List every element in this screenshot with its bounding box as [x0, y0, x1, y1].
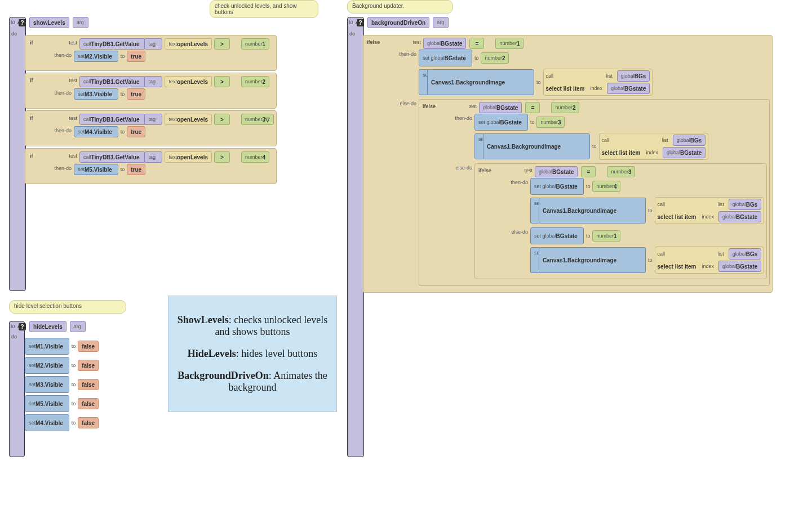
- global-bgstate[interactable]: global BGstate: [535, 166, 578, 177]
- if-test-row[interactable]: call TinyDB1.GetValuetagtext openLevels>…: [79, 38, 269, 50]
- if-test-row[interactable]: call TinyDB1.GetValuetagtext openLevels>…: [79, 151, 269, 163]
- number-block[interactable]: number 1: [241, 38, 269, 50]
- setglobal-row[interactable]: set global BGstate to number 2: [419, 50, 653, 66]
- number-block[interactable]: number 2: [241, 76, 269, 87]
- set-var[interactable]: set M4.Visible: [25, 414, 69, 431]
- global-bgstate[interactable]: global BGstate: [607, 83, 650, 94]
- setglobal-bgstate[interactable]: set global BGstate: [419, 50, 472, 66]
- global-bgstate[interactable]: global BGstate: [423, 38, 466, 49]
- hide-row-2[interactable]: set M3.Visible to false: [25, 376, 99, 393]
- set-var[interactable]: set M5.Visible: [25, 395, 69, 412]
- gt-op[interactable]: >: [214, 151, 230, 163]
- bool-true[interactable]: true: [127, 88, 145, 100]
- set-var[interactable]: set M2.Visible: [74, 51, 118, 62]
- set-visible-row[interactable]: set M4.Visible to true: [74, 126, 145, 137]
- number-block[interactable]: number 1: [495, 38, 523, 49]
- ifelse-block[interactable]: ifelsetestglobal BGstate=number 3then-do…: [474, 163, 767, 279]
- global-bgstate[interactable]: global BGstate: [718, 211, 761, 222]
- bg-test[interactable]: global BGstate=number 3: [535, 166, 635, 177]
- set-var[interactable]: set M3.Visible: [25, 376, 69, 393]
- proc-hidelevels-frame[interactable]: [9, 321, 25, 457]
- set-canvas-row[interactable]: set Canvas1.BackgroundImage to calllistg…: [530, 197, 764, 224]
- bool-true[interactable]: true: [127, 126, 145, 137]
- hide-row-1[interactable]: set M2.Visible to false: [25, 357, 99, 374]
- set-visible-row[interactable]: set M2.Visible to true: [74, 51, 145, 62]
- if-test-row[interactable]: call TinyDB1.GetValuetagtext openLevels>…: [79, 76, 269, 87]
- global-bgs[interactable]: global BGs: [673, 135, 706, 146]
- if-test-row[interactable]: call TinyDB1.GetValuetagtext openLevels>…: [79, 114, 274, 125]
- help-icon[interactable]: ?: [19, 19, 26, 26]
- if-block-1[interactable]: iftestcall TinyDB1.GetValuetagtext openL…: [25, 73, 277, 109]
- tag-slot[interactable]: tag: [144, 76, 162, 87]
- bool-true[interactable]: true: [127, 164, 145, 175]
- if-block-0[interactable]: iftestcall TinyDB1.GetValuetagtext openL…: [25, 35, 277, 71]
- select-list-item[interactable]: calllistglobal BGsselect list itemindexg…: [599, 133, 709, 160]
- number-block[interactable]: number 2: [481, 52, 509, 64]
- set-visible-row[interactable]: set M5.Visible to true: [74, 164, 145, 175]
- global-bgs[interactable]: global BGs: [729, 199, 762, 210]
- tag-slot[interactable]: tag: [144, 114, 162, 125]
- eq-op[interactable]: =: [581, 166, 596, 177]
- call-tinydb[interactable]: call TinyDB1.GetValue: [79, 38, 145, 50]
- proc-hidelevels-head[interactable]: ? hideLevels arg: [19, 321, 86, 332]
- bool-false[interactable]: false: [78, 398, 99, 409]
- call-tinydb[interactable]: call TinyDB1.GetValue: [79, 76, 145, 87]
- set-canvas-row[interactable]: set Canvas1.BackgroundImage to calllistg…: [530, 247, 764, 274]
- help-icon[interactable]: ?: [19, 323, 26, 330]
- set-canvas-row[interactable]: set Canvas1.BackgroundImage to calllistg…: [419, 69, 653, 96]
- help-icon[interactable]: ?: [357, 19, 364, 26]
- set-visible-row[interactable]: set M3.Visible to true: [74, 88, 145, 100]
- set-canvas-row[interactable]: set Canvas1.BackgroundImage to calllistg…: [474, 133, 708, 160]
- setglobal-row[interactable]: set global BGstate to number 1: [530, 227, 764, 244]
- if-block-2[interactable]: iftestcall TinyDB1.GetValuetagtext openL…: [25, 110, 277, 146]
- set-var[interactable]: set M2.Visible: [25, 357, 69, 374]
- select-list-item[interactable]: calllistglobal BGsselect list itemindexg…: [655, 247, 765, 274]
- canvas-bg[interactable]: Canvas1.BackgroundImage: [539, 247, 646, 273]
- select-list-item[interactable]: calllistglobal BGsselect list itemindexg…: [655, 197, 765, 224]
- global-bgstate[interactable]: global BGstate: [718, 261, 761, 272]
- text-openlevels[interactable]: text openLevels: [165, 38, 212, 50]
- set-var[interactable]: set M4.Visible: [74, 126, 118, 137]
- canvas-bg[interactable]: Canvas1.BackgroundImage: [427, 69, 534, 95]
- call-tinydb[interactable]: call TinyDB1.GetValue: [79, 151, 145, 163]
- proc-bgdrive-head[interactable]: ? backgroundDriveOn arg: [357, 17, 449, 28]
- ifelse-block[interactable]: ifelsetestglobal BGstate=number 2then-do…: [419, 99, 770, 286]
- number-block[interactable]: number 2: [551, 102, 579, 113]
- eq-op[interactable]: =: [525, 102, 540, 113]
- text-openlevels[interactable]: text openLevels: [165, 114, 212, 125]
- ifelse-block[interactable]: ifelsetestglobal BGstate=number 1then-do…: [363, 35, 773, 293]
- global-bgstate[interactable]: global BGstate: [479, 102, 522, 113]
- eq-op[interactable]: =: [469, 38, 484, 49]
- bool-false[interactable]: false: [78, 341, 99, 352]
- hide-row-3[interactable]: set M5.Visible to false: [25, 395, 99, 412]
- number-block[interactable]: number 3: [607, 166, 635, 177]
- bool-false[interactable]: false: [78, 360, 99, 371]
- text-openlevels[interactable]: text openLevels: [165, 76, 212, 87]
- number-block[interactable]: number 3▽: [241, 114, 274, 125]
- tag-slot[interactable]: tag: [144, 38, 162, 50]
- canvas-bg[interactable]: Canvas1.BackgroundImage: [539, 198, 646, 223]
- number-block[interactable]: number 4: [241, 151, 269, 163]
- set-var[interactable]: set M1.Visible: [25, 338, 69, 355]
- number-block[interactable]: number 1: [592, 230, 620, 242]
- global-bgstate[interactable]: global BGstate: [663, 147, 705, 158]
- setglobal-row[interactable]: set global BGstate to number 4: [530, 178, 764, 195]
- gt-op[interactable]: >: [214, 76, 230, 87]
- bool-false[interactable]: false: [78, 379, 99, 390]
- hide-row-4[interactable]: set M4.Visible to false: [25, 414, 99, 431]
- number-block[interactable]: number 3: [536, 117, 565, 128]
- setglobal-row[interactable]: set global BGstate to number 3: [474, 114, 708, 131]
- text-openlevels[interactable]: text openLevels: [165, 151, 212, 163]
- bg-test[interactable]: global BGstate=number 1: [423, 38, 523, 49]
- proc-bgdrive-frame[interactable]: [347, 17, 364, 457]
- canvas-bg[interactable]: Canvas1.BackgroundImage: [483, 133, 590, 159]
- global-bgs[interactable]: global BGs: [729, 248, 762, 260]
- if-block-3[interactable]: iftestcall TinyDB1.GetValuetagtext openL…: [25, 148, 277, 184]
- set-var[interactable]: set M5.Visible: [74, 164, 118, 175]
- bool-true[interactable]: true: [127, 51, 145, 62]
- select-list-item[interactable]: calllistglobal BGsselect list itemindexg…: [543, 69, 653, 96]
- proc-showlevels-head[interactable]: ? showLevels arg: [19, 17, 88, 28]
- setglobal-bgstate[interactable]: set global BGstate: [530, 178, 584, 195]
- tag-slot[interactable]: tag: [144, 151, 162, 163]
- hide-row-0[interactable]: set M1.Visible to false: [25, 338, 99, 355]
